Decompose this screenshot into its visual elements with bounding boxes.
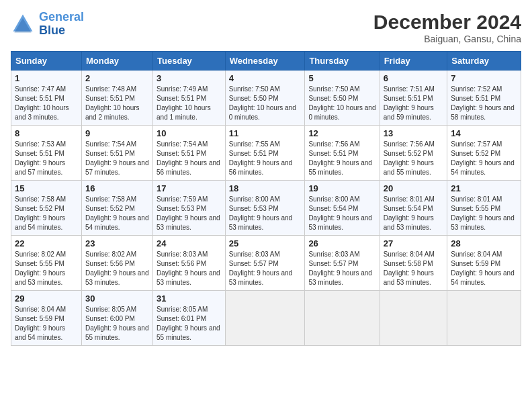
day-number: 9 <box>85 128 149 138</box>
day-info: Sunrise: 7:54 AM Sunset: 5:51 PM Dayligh… <box>85 140 149 177</box>
day-info: Sunrise: 8:02 AM Sunset: 5:56 PM Dayligh… <box>85 250 149 287</box>
day-number: 15 <box>15 183 78 193</box>
day-number: 6 <box>384 73 444 83</box>
cell-4-6: 27 Sunrise: 8:04 AM Sunset: 5:58 PM Dayl… <box>380 236 447 291</box>
day-number: 8 <box>15 128 78 138</box>
cell-4-3: 24 Sunrise: 8:03 AM Sunset: 5:56 PM Dayl… <box>153 236 226 291</box>
day-number: 1 <box>15 73 78 83</box>
day-number: 11 <box>229 128 302 138</box>
day-info: Sunrise: 7:56 AM Sunset: 5:52 PM Dayligh… <box>384 140 444 177</box>
cell-4-7: 28 Sunrise: 8:04 AM Sunset: 5:59 PM Dayl… <box>447 236 521 291</box>
cell-2-7: 14 Sunrise: 7:57 AM Sunset: 5:52 PM Dayl… <box>447 126 521 181</box>
day-number: 14 <box>451 128 517 138</box>
logo-text: General Blue <box>39 11 84 38</box>
col-wednesday: Wednesday <box>225 52 305 71</box>
day-number: 16 <box>85 183 149 193</box>
cell-1-1: 1 Sunrise: 7:47 AM Sunset: 5:51 PM Dayli… <box>11 71 82 126</box>
logo-icon <box>11 12 35 36</box>
page-header: General Blue December 2024 Baiguan, Gans… <box>11 11 521 44</box>
day-number: 13 <box>384 128 444 138</box>
week-row-2: 8 Sunrise: 7:53 AM Sunset: 5:51 PM Dayli… <box>11 126 521 181</box>
day-info: Sunrise: 8:05 AM Sunset: 6:00 PM Dayligh… <box>85 305 149 342</box>
week-row-3: 15 Sunrise: 7:58 AM Sunset: 5:52 PM Dayl… <box>11 181 521 236</box>
day-info: Sunrise: 7:58 AM Sunset: 5:52 PM Dayligh… <box>85 195 149 232</box>
cell-1-7: 7 Sunrise: 7:52 AM Sunset: 5:51 PM Dayli… <box>447 71 521 126</box>
day-info: Sunrise: 8:03 AM Sunset: 5:56 PM Dayligh… <box>157 250 222 287</box>
day-number: 26 <box>308 238 375 248</box>
day-info: Sunrise: 8:00 AM Sunset: 5:53 PM Dayligh… <box>229 195 302 232</box>
cell-5-4 <box>225 291 305 346</box>
day-info: Sunrise: 7:50 AM Sunset: 5:50 PM Dayligh… <box>308 85 375 122</box>
cell-2-4: 11 Sunrise: 7:55 AM Sunset: 5:51 PM Dayl… <box>225 126 305 181</box>
day-info: Sunrise: 8:04 AM Sunset: 5:59 PM Dayligh… <box>451 250 517 287</box>
location-subtitle: Baiguan, Gansu, China <box>373 34 521 44</box>
day-number: 28 <box>451 238 517 248</box>
col-tuesday: Tuesday <box>153 52 226 71</box>
cell-3-7: 21 Sunrise: 8:01 AM Sunset: 5:55 PM Dayl… <box>447 181 521 236</box>
cell-3-5: 19 Sunrise: 8:00 AM Sunset: 5:54 PM Dayl… <box>305 181 380 236</box>
day-info: Sunrise: 7:58 AM Sunset: 5:52 PM Dayligh… <box>15 195 78 232</box>
day-info: Sunrise: 7:55 AM Sunset: 5:51 PM Dayligh… <box>229 140 302 177</box>
day-info: Sunrise: 8:03 AM Sunset: 5:57 PM Dayligh… <box>229 250 302 287</box>
day-info: Sunrise: 7:52 AM Sunset: 5:51 PM Dayligh… <box>451 85 517 122</box>
cell-1-2: 2 Sunrise: 7:48 AM Sunset: 5:51 PM Dayli… <box>81 71 152 126</box>
day-number: 12 <box>308 128 375 138</box>
cell-1-4: 4 Sunrise: 7:50 AM Sunset: 5:50 PM Dayli… <box>225 71 305 126</box>
day-info: Sunrise: 7:56 AM Sunset: 5:51 PM Dayligh… <box>308 140 375 177</box>
cell-3-2: 16 Sunrise: 7:58 AM Sunset: 5:52 PM Dayl… <box>81 181 152 236</box>
cell-5-6 <box>380 291 447 346</box>
calendar-table: Sunday Monday Tuesday Wednesday Thursday… <box>11 51 521 346</box>
day-number: 2 <box>85 73 149 83</box>
logo: General Blue <box>11 11 84 38</box>
cell-3-4: 18 Sunrise: 8:00 AM Sunset: 5:53 PM Dayl… <box>225 181 305 236</box>
col-sunday: Sunday <box>11 52 82 71</box>
col-monday: Monday <box>81 52 152 71</box>
day-info: Sunrise: 7:53 AM Sunset: 5:51 PM Dayligh… <box>15 140 78 177</box>
day-number: 10 <box>157 128 222 138</box>
cell-4-1: 22 Sunrise: 8:02 AM Sunset: 5:55 PM Dayl… <box>11 236 82 291</box>
col-friday: Friday <box>380 52 447 71</box>
day-info: Sunrise: 7:59 AM Sunset: 5:53 PM Dayligh… <box>157 195 222 232</box>
day-number: 25 <box>229 238 302 248</box>
day-number: 21 <box>451 183 517 193</box>
calendar-header-row: Sunday Monday Tuesday Wednesday Thursday… <box>11 52 521 71</box>
cell-2-2: 9 Sunrise: 7:54 AM Sunset: 5:51 PM Dayli… <box>81 126 152 181</box>
col-thursday: Thursday <box>305 52 380 71</box>
day-number: 19 <box>308 183 375 193</box>
day-info: Sunrise: 7:50 AM Sunset: 5:50 PM Dayligh… <box>229 85 302 122</box>
day-number: 4 <box>229 73 302 83</box>
week-row-1: 1 Sunrise: 7:47 AM Sunset: 5:51 PM Dayli… <box>11 71 521 126</box>
day-number: 27 <box>384 238 444 248</box>
cell-2-5: 12 Sunrise: 7:56 AM Sunset: 5:51 PM Dayl… <box>305 126 380 181</box>
cell-1-3: 3 Sunrise: 7:49 AM Sunset: 5:51 PM Dayli… <box>153 71 226 126</box>
day-info: Sunrise: 7:57 AM Sunset: 5:52 PM Dayligh… <box>451 140 517 177</box>
day-number: 5 <box>308 73 375 83</box>
month-title: December 2024 <box>373 11 521 34</box>
cell-5-7 <box>447 291 521 346</box>
week-row-4: 22 Sunrise: 8:02 AM Sunset: 5:55 PM Dayl… <box>11 236 521 291</box>
day-info: Sunrise: 8:04 AM Sunset: 5:59 PM Dayligh… <box>15 305 78 342</box>
cell-3-6: 20 Sunrise: 8:01 AM Sunset: 5:54 PM Dayl… <box>380 181 447 236</box>
cell-1-5: 5 Sunrise: 7:50 AM Sunset: 5:50 PM Dayli… <box>305 71 380 126</box>
cell-5-2: 30 Sunrise: 8:05 AM Sunset: 6:00 PM Dayl… <box>81 291 152 346</box>
title-block: December 2024 Baiguan, Gansu, China <box>373 11 521 44</box>
day-info: Sunrise: 7:49 AM Sunset: 5:51 PM Dayligh… <box>157 85 222 122</box>
cell-3-1: 15 Sunrise: 7:58 AM Sunset: 5:52 PM Dayl… <box>11 181 82 236</box>
day-number: 23 <box>85 238 149 248</box>
week-row-5: 29 Sunrise: 8:04 AM Sunset: 5:59 PM Dayl… <box>11 291 521 346</box>
day-info: Sunrise: 8:01 AM Sunset: 5:54 PM Dayligh… <box>384 195 444 232</box>
day-info: Sunrise: 8:05 AM Sunset: 6:01 PM Dayligh… <box>157 305 222 342</box>
cell-5-1: 29 Sunrise: 8:04 AM Sunset: 5:59 PM Dayl… <box>11 291 82 346</box>
day-number: 20 <box>384 183 444 193</box>
day-number: 18 <box>229 183 302 193</box>
day-info: Sunrise: 8:03 AM Sunset: 5:57 PM Dayligh… <box>308 250 375 287</box>
cell-4-2: 23 Sunrise: 8:02 AM Sunset: 5:56 PM Dayl… <box>81 236 152 291</box>
cell-2-1: 8 Sunrise: 7:53 AM Sunset: 5:51 PM Dayli… <box>11 126 82 181</box>
day-info: Sunrise: 7:51 AM Sunset: 5:51 PM Dayligh… <box>384 85 444 122</box>
cell-1-6: 6 Sunrise: 7:51 AM Sunset: 5:51 PM Dayli… <box>380 71 447 126</box>
col-saturday: Saturday <box>447 52 521 71</box>
day-number: 22 <box>15 238 78 248</box>
cell-2-6: 13 Sunrise: 7:56 AM Sunset: 5:52 PM Dayl… <box>380 126 447 181</box>
day-number: 7 <box>451 73 517 83</box>
cell-4-5: 26 Sunrise: 8:03 AM Sunset: 5:57 PM Dayl… <box>305 236 380 291</box>
